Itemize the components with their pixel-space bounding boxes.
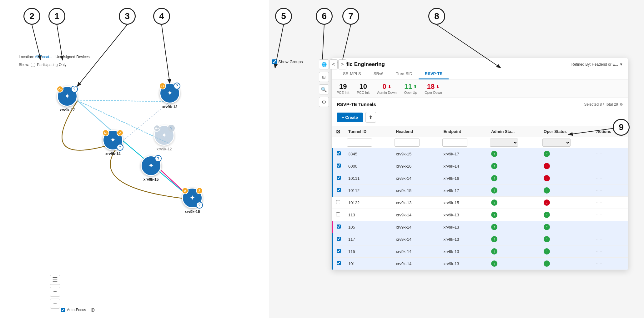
- cell-admin-status: ↑: [487, 184, 540, 197]
- actions-dots-icon[interactable]: ···: [596, 188, 602, 193]
- row-checkbox[interactable]: [337, 176, 341, 180]
- participating-only-label: Participating Only: [37, 63, 66, 67]
- participating-only-checkbox[interactable]: [31, 63, 35, 67]
- cell-actions[interactable]: ···: [592, 197, 628, 209]
- export-button[interactable]: ⬆: [365, 112, 376, 123]
- badge-q-17: ?: [71, 86, 78, 93]
- auto-focus-label: Auto-Focus: [67, 308, 86, 312]
- tab-tree-sid[interactable]: Tree-SID: [390, 69, 419, 79]
- node-xrv9k-17[interactable]: ✦ Z+ ? xrv9k-17: [57, 86, 78, 112]
- filter-headend[interactable]: [395, 139, 420, 147]
- badge-z-plus-17: Z+: [57, 86, 63, 93]
- filter-endpoint[interactable]: [442, 139, 467, 147]
- cell-actions[interactable]: ···: [592, 221, 628, 233]
- actions-dots-icon[interactable]: ···: [596, 224, 602, 230]
- row-checkbox[interactable]: [336, 200, 340, 204]
- row-checkbox[interactable]: [337, 225, 341, 229]
- callout-1: 1: [48, 8, 65, 25]
- tab-rsvp-te[interactable]: RSVP-TE: [419, 69, 449, 79]
- cell-endpoint: xrv9k-13: [440, 209, 487, 221]
- globe-icon-btn[interactable]: 🌐: [319, 59, 329, 69]
- plus-icon-btn[interactable]: +: [50, 287, 60, 297]
- cell-headend: xrv9k-14: [392, 172, 440, 184]
- badge-z-14: Z: [117, 129, 123, 136]
- oper-down-arrow: ⬇: [436, 84, 440, 89]
- table-row: 10122xrv9k-13xrv9k-15↑↓···: [332, 197, 628, 209]
- col-oper-status: Oper Status: [540, 126, 592, 137]
- cell-actions[interactable]: ···: [592, 172, 628, 184]
- actions-dots-icon[interactable]: ···: [596, 261, 602, 266]
- node-label-17: xrv9k-17: [60, 108, 75, 112]
- badge-q-15: ?: [155, 155, 162, 162]
- cell-tunnel-id: 10111: [345, 172, 392, 184]
- filter-tunnel-id[interactable]: [347, 139, 372, 147]
- layers-icon-btn[interactable]: ⊞: [319, 72, 329, 82]
- actions-dots-icon[interactable]: ···: [596, 200, 602, 205]
- cell-oper-status: ↓: [540, 172, 592, 184]
- tunnels-count: Selected 8 / Total 29 ⚙: [584, 102, 623, 107]
- row-checkbox[interactable]: [337, 261, 341, 265]
- list-icon-btn[interactable]: ☰: [50, 275, 60, 285]
- node-xrv9k-14[interactable]: ✦ A+ Z ? xrv9k-14: [103, 130, 123, 156]
- unassigned-value: Unassigned: [55, 55, 75, 59]
- row-checkbox[interactable]: [336, 212, 340, 216]
- actions-dots-icon[interactable]: ···: [596, 163, 602, 169]
- cell-admin-status: ↑: [487, 221, 540, 233]
- col-headend: Headend: [392, 126, 440, 137]
- tunnel-table-scroll[interactable]: ⊠ Tunnel ID Headend Endpoint Admin Sta..…: [332, 126, 628, 270]
- tunnels-header: RSVP-TE Tunnels Selected 8 / Total 29 ⚙: [332, 98, 628, 110]
- location-value[interactable]: All Locat...: [35, 55, 52, 59]
- nav-forward-btn[interactable]: >: [338, 59, 346, 69]
- badge-q-16: ?: [196, 202, 203, 209]
- nav-back-btn[interactable]: <: [330, 59, 338, 69]
- node-xrv9k-12[interactable]: ✦ A+ ? xrv9k-12: [154, 125, 174, 151]
- auto-focus-checkbox[interactable]: [61, 308, 65, 312]
- create-button[interactable]: + Create: [337, 113, 363, 122]
- cell-actions[interactable]: ···: [592, 245, 628, 258]
- filter-admin-status[interactable]: [490, 139, 518, 147]
- svg-line-0: [78, 100, 170, 102]
- cell-actions[interactable]: ···: [592, 258, 628, 270]
- cell-tunnel-id: 10112: [345, 184, 392, 197]
- node-xrv9k-15[interactable]: ✦ ? xrv9k-15: [141, 155, 161, 182]
- stat-oper-up-number: 11 ⬆: [404, 83, 417, 91]
- cell-oper-status: ↑: [540, 233, 592, 245]
- filter-icon-btn[interactable]: ⚙: [319, 97, 329, 107]
- cell-admin-status: ↑: [487, 160, 540, 172]
- tunnel-table: ⊠ Tunnel ID Headend Endpoint Admin Sta..…: [332, 126, 628, 270]
- cell-actions[interactable]: ···: [592, 184, 628, 197]
- cell-actions[interactable]: ···: [592, 209, 628, 221]
- cell-tunnel-id: 3345: [345, 148, 392, 160]
- badge-a-16: A: [182, 187, 189, 194]
- row-checkbox[interactable]: [337, 249, 341, 253]
- crosshair-icon[interactable]: ⊕: [90, 306, 95, 313]
- callout-3: 3: [119, 8, 136, 25]
- actions-dots-icon[interactable]: ···: [596, 236, 602, 242]
- actions-dots-icon[interactable]: ···: [596, 212, 602, 217]
- row-checkbox[interactable]: [337, 237, 341, 241]
- cell-actions[interactable]: ···: [592, 160, 628, 172]
- col-endpoint: Endpoint: [440, 126, 487, 137]
- minus-icon-btn[interactable]: −: [50, 299, 60, 309]
- cell-admin-status: ↑: [487, 172, 540, 184]
- filter-oper-status[interactable]: [542, 139, 571, 147]
- row-checkbox[interactable]: [337, 188, 341, 192]
- show-groups-checkbox[interactable]: [272, 59, 277, 64]
- settings-icon[interactable]: ⚙: [620, 102, 623, 107]
- cell-actions[interactable]: ···: [592, 148, 628, 160]
- badge-q-12: ?: [168, 125, 175, 132]
- actions-dots-icon[interactable]: ···: [596, 175, 602, 181]
- deselect-all-icon[interactable]: ⊠: [336, 129, 340, 134]
- refined-by[interactable]: Refined By: Headend or E... ▼: [571, 62, 623, 67]
- auto-focus-bar: Auto-Focus ⊕: [61, 306, 95, 313]
- node-xrv9k-13[interactable]: ✦ Z+ ? xrv9k-13: [159, 83, 180, 109]
- tab-srv6[interactable]: SRv6: [367, 69, 390, 79]
- actions-dots-icon[interactable]: ···: [596, 151, 602, 156]
- search-icon-btn[interactable]: 🔍: [319, 84, 329, 94]
- cell-actions[interactable]: ···: [592, 233, 628, 245]
- actions-dots-icon[interactable]: ···: [596, 249, 602, 254]
- cell-endpoint: xrv9k-13: [440, 258, 487, 270]
- row-checkbox[interactable]: [337, 164, 341, 168]
- row-checkbox[interactable]: [337, 151, 341, 155]
- node-xrv9k-16[interactable]: ✦ A Z ? xrv9k-16: [182, 188, 203, 214]
